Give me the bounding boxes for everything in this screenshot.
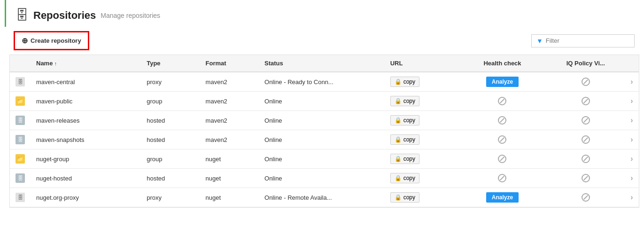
cell-format: nuget — [200, 149, 259, 169]
copy-url-button[interactable]: 🔒 copy — [390, 192, 419, 203]
cell-name: maven-central — [31, 72, 141, 92]
cell-status: Online — [259, 111, 385, 130]
copy-url-button[interactable]: 🔒 copy — [390, 134, 419, 145]
cell-url: 🔒 copy — [385, 111, 458, 130]
page-header: 🗄 Repositories Manage repositories — [5, 0, 644, 27]
table-row: 📁 nuget-group group nuget Online 🔒 copy … — [10, 149, 639, 169]
cell-icon: 🗄 — [10, 130, 31, 149]
copy-icon: 🔒 — [395, 136, 402, 143]
cell-health — [458, 130, 546, 149]
iq-na-icon — [582, 155, 590, 163]
col-status: Status — [259, 55, 385, 72]
cell-iq — [547, 130, 625, 149]
cell-arrow[interactable]: › — [625, 72, 639, 92]
col-name[interactable]: Name — [31, 55, 141, 72]
copy-label: copy — [403, 175, 415, 181]
cell-name: maven-releases — [31, 111, 141, 130]
analyze-button[interactable]: Analyze — [486, 192, 519, 203]
page: 🗄 Repositories Manage repositories ⊕ Cre… — [0, 0, 644, 235]
cell-arrow[interactable]: › — [625, 130, 639, 149]
cell-iq — [547, 111, 625, 130]
cell-arrow[interactable]: › — [625, 149, 639, 169]
row-chevron-icon[interactable]: › — [630, 78, 633, 86]
cell-arrow[interactable]: › — [625, 92, 639, 111]
copy-icon: 🔒 — [395, 156, 402, 162]
analyze-button[interactable]: Analyze — [486, 77, 519, 87]
plus-icon: ⊕ — [22, 36, 28, 45]
cell-type: group — [141, 149, 200, 169]
cell-icon: 🗄 — [10, 72, 31, 92]
copy-url-button[interactable]: 🔒 copy — [390, 154, 419, 164]
cell-name: nuget-group — [31, 149, 141, 169]
cell-format: maven2 — [200, 92, 259, 111]
table-row: 🗄 nuget.org-proxy proxy nuget Online - R… — [10, 188, 639, 207]
cell-status: Online — [259, 169, 385, 188]
cell-icon: 📁 — [10, 92, 31, 111]
cell-arrow[interactable]: › — [625, 188, 639, 207]
col-format: Format — [200, 55, 259, 72]
copy-icon: 🔒 — [395, 194, 402, 201]
copy-label: copy — [403, 117, 415, 124]
create-repository-button[interactable]: ⊕ Create repository — [14, 31, 89, 50]
cell-type: hosted — [141, 169, 200, 188]
cell-icon: 🗄 — [10, 188, 31, 207]
health-na-icon — [498, 116, 506, 125]
table-row: 📁 maven-public group maven2 Online 🔒 cop… — [10, 92, 639, 111]
table-row: 🗄 maven-releases hosted maven2 Online 🔒 … — [10, 111, 639, 130]
col-health: Health check — [458, 55, 546, 72]
cell-url: 🔒 copy — [385, 188, 458, 207]
row-chevron-icon[interactable]: › — [630, 135, 633, 143]
cell-type: hosted — [141, 130, 200, 149]
health-na-icon — [498, 135, 506, 144]
cell-iq — [547, 169, 625, 188]
row-chevron-icon[interactable]: › — [630, 155, 633, 163]
copy-label: copy — [403, 78, 415, 85]
table-body: 🗄 maven-central proxy maven2 Online - Re… — [10, 72, 639, 207]
cell-type: group — [141, 92, 200, 111]
cell-name: nuget.org-proxy — [31, 188, 141, 207]
cell-health: Analyze — [458, 188, 546, 207]
cell-name: nuget-hosted — [31, 169, 141, 188]
iq-na-icon — [582, 97, 590, 105]
cell-arrow[interactable]: › — [625, 169, 639, 188]
repositories-table-container: Name Type Format Status URL Health check… — [9, 55, 639, 208]
table-row: 🗄 nuget-hosted hosted nuget Online 🔒 cop… — [10, 169, 639, 188]
filter-input[interactable] — [546, 37, 629, 44]
copy-label: copy — [403, 194, 415, 201]
repositories-icon: 🗄 — [16, 8, 29, 23]
copy-url-button[interactable]: 🔒 copy — [390, 96, 419, 106]
cell-format: maven2 — [200, 130, 259, 149]
hosted-icon: 🗄 — [16, 135, 25, 144]
filter-icon: ▼ — [536, 37, 543, 45]
table-header-row: Name Type Format Status URL Health check… — [10, 55, 639, 72]
iq-na-icon — [582, 116, 590, 125]
proxy-icon: 🗄 — [16, 77, 25, 86]
row-chevron-icon[interactable]: › — [630, 193, 633, 201]
cell-iq — [547, 72, 625, 92]
cell-url: 🔒 copy — [385, 92, 458, 111]
cell-health — [458, 111, 546, 130]
cell-type: hosted — [141, 111, 200, 130]
cell-arrow[interactable]: › — [625, 111, 639, 130]
row-chevron-icon[interactable]: › — [630, 97, 633, 105]
copy-url-button[interactable]: 🔒 copy — [390, 173, 419, 183]
copy-url-button[interactable]: 🔒 copy — [390, 77, 419, 87]
table-row: 🗄 maven-central proxy maven2 Online - Re… — [10, 72, 639, 92]
cell-url: 🔒 copy — [385, 169, 458, 188]
row-chevron-icon[interactable]: › — [630, 116, 633, 124]
copy-url-button[interactable]: 🔒 copy — [390, 115, 419, 125]
copy-icon: 🔒 — [395, 117, 402, 124]
cell-icon: 🗄 — [10, 169, 31, 188]
copy-label: copy — [403, 156, 415, 162]
cell-name: maven-public — [31, 92, 141, 111]
cell-url: 🔒 copy — [385, 149, 458, 169]
cell-url: 🔒 copy — [385, 130, 458, 149]
hosted-icon: 🗄 — [16, 173, 25, 183]
cell-format: maven2 — [200, 72, 259, 92]
cell-format: nuget — [200, 169, 259, 188]
proxy-icon: 🗄 — [16, 193, 25, 202]
row-chevron-icon[interactable]: › — [630, 174, 633, 182]
iq-na-icon — [582, 174, 590, 182]
cell-health — [458, 92, 546, 111]
filter-box: ▼ — [531, 34, 635, 47]
